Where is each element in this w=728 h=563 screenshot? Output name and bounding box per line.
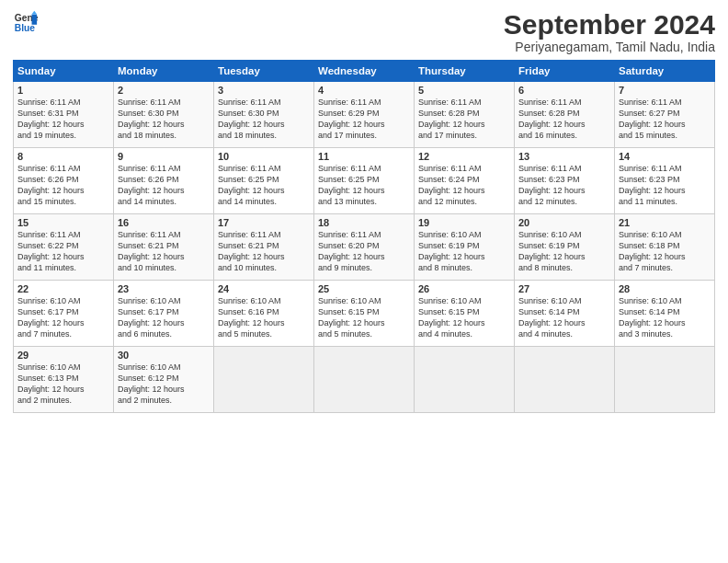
day-info: Sunrise: 6:11 AMSunset: 6:26 PMDaylight:… (118, 163, 210, 208)
day-info: Sunrise: 6:11 AMSunset: 6:30 PMDaylight:… (218, 97, 310, 142)
day-number: 7 (619, 85, 711, 96)
day-info: Sunrise: 6:11 AMSunset: 6:22 PMDaylight:… (17, 229, 109, 274)
week-row-2: 8Sunrise: 6:11 AMSunset: 6:26 PMDaylight… (14, 148, 715, 214)
day-info: Sunrise: 6:10 AMSunset: 6:15 PMDaylight:… (318, 295, 410, 340)
header: General Blue September 2024 Periyanegama… (13, 9, 715, 54)
day-number: 24 (218, 283, 310, 294)
week-row-4: 22Sunrise: 6:10 AMSunset: 6:17 PMDayligh… (14, 281, 715, 347)
day-cell: 3Sunrise: 6:11 AMSunset: 6:30 PMDaylight… (214, 82, 314, 148)
day-info: Sunrise: 6:10 AMSunset: 6:14 PMDaylight:… (518, 295, 610, 340)
title-block: September 2024 Periyanegamam, Tamil Nadu… (504, 9, 715, 54)
day-number: 4 (318, 85, 410, 96)
day-cell (214, 347, 314, 413)
day-info: Sunrise: 6:10 AMSunset: 6:16 PMDaylight:… (218, 295, 310, 340)
day-number: 15 (17, 217, 109, 228)
day-number: 1 (17, 85, 109, 96)
day-cell: 20Sunrise: 6:10 AMSunset: 6:19 PMDayligh… (515, 214, 615, 281)
day-number: 6 (518, 85, 610, 96)
day-number: 12 (418, 151, 510, 162)
day-cell: 7Sunrise: 6:11 AMSunset: 6:27 PMDaylight… (615, 82, 715, 148)
day-cell: 22Sunrise: 6:10 AMSunset: 6:17 PMDayligh… (14, 281, 114, 347)
day-cell: 10Sunrise: 6:11 AMSunset: 6:25 PMDayligh… (214, 148, 314, 214)
day-info: Sunrise: 6:10 AMSunset: 6:18 PMDaylight:… (619, 229, 711, 274)
svg-marker-2 (32, 15, 38, 25)
day-number: 16 (118, 217, 210, 228)
header-cell-wednesday: Wednesday (314, 61, 415, 82)
day-info: Sunrise: 6:10 AMSunset: 6:19 PMDaylight:… (518, 229, 610, 274)
calendar-table: SundayMondayTuesdayWednesdayThursdayFrid… (13, 60, 715, 413)
day-cell: 2Sunrise: 6:11 AMSunset: 6:30 PMDaylight… (114, 82, 214, 148)
day-cell: 13Sunrise: 6:11 AMSunset: 6:23 PMDayligh… (515, 148, 615, 214)
day-info: Sunrise: 6:10 AMSunset: 6:12 PMDaylight:… (118, 362, 210, 407)
day-number: 2 (118, 85, 210, 96)
svg-text:Blue: Blue (15, 23, 36, 33)
logo: General Blue (13, 9, 39, 35)
day-cell: 23Sunrise: 6:10 AMSunset: 6:17 PMDayligh… (114, 281, 214, 347)
day-number: 11 (318, 151, 410, 162)
day-cell: 24Sunrise: 6:10 AMSunset: 6:16 PMDayligh… (214, 281, 314, 347)
day-info: Sunrise: 6:11 AMSunset: 6:27 PMDaylight:… (619, 97, 711, 142)
day-info: Sunrise: 6:11 AMSunset: 6:21 PMDaylight:… (118, 229, 210, 274)
day-info: Sunrise: 6:11 AMSunset: 6:25 PMDaylight:… (318, 163, 410, 208)
day-number: 10 (218, 151, 310, 162)
week-row-5: 29Sunrise: 6:10 AMSunset: 6:13 PMDayligh… (14, 347, 715, 413)
day-cell (515, 347, 615, 413)
day-number: 21 (619, 217, 711, 228)
subtitle: Periyanegamam, Tamil Nadu, India (504, 40, 715, 54)
day-cell: 30Sunrise: 6:10 AMSunset: 6:12 PMDayligh… (114, 347, 214, 413)
day-info: Sunrise: 6:11 AMSunset: 6:26 PMDaylight:… (17, 163, 109, 208)
page-container: General Blue September 2024 Periyanegama… (0, 0, 728, 422)
day-number: 26 (418, 283, 510, 294)
day-number: 20 (518, 217, 610, 228)
day-number: 18 (318, 217, 410, 228)
day-cell: 18Sunrise: 6:11 AMSunset: 6:20 PMDayligh… (314, 214, 415, 281)
day-number: 30 (118, 350, 210, 361)
header-cell-thursday: Thursday (415, 61, 515, 82)
day-info: Sunrise: 6:11 AMSunset: 6:28 PMDaylight:… (418, 97, 510, 142)
header-cell-saturday: Saturday (615, 61, 715, 82)
day-cell (314, 347, 415, 413)
calendar-body: 1Sunrise: 6:11 AMSunset: 6:31 PMDaylight… (14, 82, 715, 413)
day-info: Sunrise: 6:10 AMSunset: 6:17 PMDaylight:… (118, 295, 210, 340)
day-cell (415, 347, 515, 413)
day-cell: 1Sunrise: 6:11 AMSunset: 6:31 PMDaylight… (14, 82, 114, 148)
header-cell-friday: Friday (515, 61, 615, 82)
header-cell-tuesday: Tuesday (214, 61, 314, 82)
day-cell (615, 347, 715, 413)
day-info: Sunrise: 6:11 AMSunset: 6:23 PMDaylight:… (518, 163, 610, 208)
header-cell-sunday: Sunday (14, 61, 114, 82)
day-cell: 12Sunrise: 6:11 AMSunset: 6:24 PMDayligh… (415, 148, 515, 214)
day-info: Sunrise: 6:10 AMSunset: 6:17 PMDaylight:… (17, 295, 109, 340)
day-number: 23 (118, 283, 210, 294)
header-row: SundayMondayTuesdayWednesdayThursdayFrid… (14, 61, 715, 82)
day-cell: 15Sunrise: 6:11 AMSunset: 6:22 PMDayligh… (14, 214, 114, 281)
day-number: 5 (418, 85, 510, 96)
day-info: Sunrise: 6:11 AMSunset: 6:28 PMDaylight:… (518, 97, 610, 142)
day-info: Sunrise: 6:11 AMSunset: 6:21 PMDaylight:… (218, 229, 310, 274)
day-info: Sunrise: 6:10 AMSunset: 6:13 PMDaylight:… (17, 362, 109, 407)
day-number: 3 (218, 85, 310, 96)
day-number: 22 (17, 283, 109, 294)
day-number: 27 (518, 283, 610, 294)
day-cell: 8Sunrise: 6:11 AMSunset: 6:26 PMDaylight… (14, 148, 114, 214)
day-info: Sunrise: 6:11 AMSunset: 6:23 PMDaylight:… (619, 163, 711, 208)
day-info: Sunrise: 6:11 AMSunset: 6:25 PMDaylight:… (218, 163, 310, 208)
day-number: 14 (619, 151, 711, 162)
day-cell: 5Sunrise: 6:11 AMSunset: 6:28 PMDaylight… (415, 82, 515, 148)
day-cell: 29Sunrise: 6:10 AMSunset: 6:13 PMDayligh… (14, 347, 114, 413)
day-cell: 25Sunrise: 6:10 AMSunset: 6:15 PMDayligh… (314, 281, 415, 347)
day-cell: 27Sunrise: 6:10 AMSunset: 6:14 PMDayligh… (515, 281, 615, 347)
day-info: Sunrise: 6:11 AMSunset: 6:24 PMDaylight:… (418, 163, 510, 208)
day-info: Sunrise: 6:11 AMSunset: 6:30 PMDaylight:… (118, 97, 210, 142)
week-row-3: 15Sunrise: 6:11 AMSunset: 6:22 PMDayligh… (14, 214, 715, 281)
day-number: 28 (619, 283, 711, 294)
day-info: Sunrise: 6:11 AMSunset: 6:31 PMDaylight:… (17, 97, 109, 142)
day-cell: 11Sunrise: 6:11 AMSunset: 6:25 PMDayligh… (314, 148, 415, 214)
day-number: 19 (418, 217, 510, 228)
week-row-1: 1Sunrise: 6:11 AMSunset: 6:31 PMDaylight… (14, 82, 715, 148)
day-cell: 28Sunrise: 6:10 AMSunset: 6:14 PMDayligh… (615, 281, 715, 347)
day-number: 13 (518, 151, 610, 162)
day-info: Sunrise: 6:11 AMSunset: 6:20 PMDaylight:… (318, 229, 410, 274)
day-info: Sunrise: 6:10 AMSunset: 6:15 PMDaylight:… (418, 295, 510, 340)
day-number: 25 (318, 283, 410, 294)
